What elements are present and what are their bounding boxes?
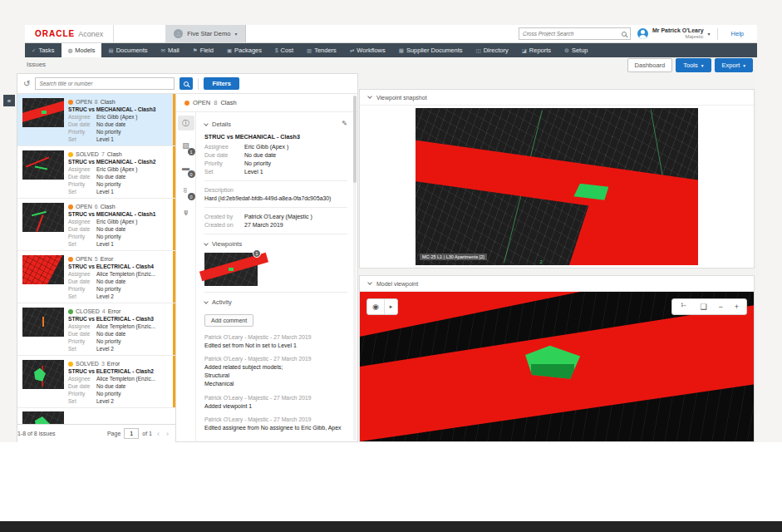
snapshot-grid-label: 2: [540, 259, 543, 264]
info-tab[interactable]: ⓘ: [178, 116, 194, 131]
nav-tenders[interactable]: ▥Tenders: [300, 43, 343, 57]
issue-title: STRUC vs ELECTRICAL - Clash4: [68, 264, 170, 271]
issue-card[interactable]: CLOSED4Error STRUC vs ELECTRICAL - Clash…: [17, 303, 175, 356]
cross-project-search[interactable]: [519, 27, 631, 40]
viewpoint-count-badge: 1: [253, 249, 261, 258]
issue-thumbnail: [22, 255, 64, 284]
viewer-right-toolbar: ↔↕ ❑ − +: [671, 298, 747, 315]
issue-thumbnail: [22, 411, 64, 424]
project-avatar-icon: ∴: [174, 29, 183, 38]
details-section-header[interactable]: Details ✎: [204, 121, 347, 128]
details-header: OPEN 8 Clash: [176, 94, 357, 112]
related-models-tab[interactable]: ⋔: [178, 205, 194, 220]
dashboard-button[interactable]: Dashboard: [627, 58, 673, 72]
nav-documents[interactable]: ▤Documents: [101, 43, 154, 57]
project-name: Five Star Demo: [187, 30, 230, 37]
nav-supplier-documents[interactable]: ▦Supplier Documents: [392, 43, 470, 57]
next-page-icon[interactable]: ›: [165, 430, 170, 438]
gear-icon: ⚙: [564, 47, 569, 54]
pan-button[interactable]: ↔↕: [674, 302, 694, 312]
zoom-in-button[interactable]: +: [729, 303, 745, 311]
oracle-logo: ORACLE: [35, 29, 75, 38]
export-button[interactable]: Export▾: [715, 58, 753, 72]
nav-mail[interactable]: ✉Mail: [155, 43, 186, 57]
chevron-down-icon: ▾: [708, 31, 711, 37]
scrollbar-thumb[interactable]: [353, 96, 357, 183]
status-dot-solved: [68, 362, 73, 367]
user-name: Mr Patrick O'Leary: [652, 27, 704, 34]
status-dot-open: [68, 204, 73, 209]
filters-button[interactable]: Filters: [204, 77, 239, 90]
viewpoints-section-header[interactable]: Viewpoints: [204, 240, 347, 248]
collapse-issues-panel-button[interactable]: «: [3, 95, 15, 106]
activity-text: Edited assignee from No assignee to Eric…: [204, 424, 347, 432]
status-strip: [173, 199, 175, 250]
cross-project-search-input[interactable]: [523, 31, 622, 37]
comments-tab[interactable]: ▬0: [178, 160, 194, 175]
add-comment-button[interactable]: Add comment: [204, 314, 253, 327]
project-selector[interactable]: ∴ Five Star Demo ▾: [165, 25, 246, 42]
help-link[interactable]: Help: [725, 30, 750, 37]
viewpoint-snapshot-header[interactable]: Viewpoint snapshot: [360, 90, 754, 106]
info-icon: ⓘ: [182, 118, 189, 129]
issue-card-partial[interactable]: [17, 408, 175, 424]
tenders-icon: ▥: [307, 47, 312, 54]
model-3d-viewer[interactable]: ◉ ▸ ↔↕ ❑ − +: [360, 292, 754, 441]
visibility-eye-button[interactable]: ◉: [367, 299, 384, 314]
tools-button[interactable]: Tools▾: [676, 58, 711, 72]
nav-field[interactable]: ⚑Field: [186, 43, 220, 57]
expand-toolbar-button[interactable]: ▸: [385, 299, 398, 314]
model-viewpoint-section: Model viewpoint ◉ ▸ ↔↕ ❑ − +: [359, 275, 755, 442]
issue-card[interactable]: SOLVED7Clash STRUC vs MECHANICAL - Clash…: [17, 146, 175, 199]
details-content: Details ✎ STRUC vs MECHANICAL - Clash3 A…: [196, 112, 357, 442]
detail-title: STRUC vs MECHANICAL - Clash3: [204, 133, 347, 140]
user-org: Majestic: [652, 34, 704, 40]
issue-card[interactable]: OPEN6Clash STRUC vs MECHANICAL - Clash1 …: [17, 199, 175, 251]
edit-pencil-icon[interactable]: ✎: [342, 120, 347, 127]
issue-thumbnail: [22, 308, 64, 337]
issue-thumbnail: [22, 98, 64, 127]
nav-reports[interactable]: ◪Reports: [515, 43, 558, 57]
issue-title: STRUC vs ELECTRICAL - Clash2: [68, 368, 170, 376]
zoom-out-button[interactable]: −: [712, 303, 728, 311]
header-right: Mr Patrick O'Leary Majestic ▾ Help: [519, 25, 757, 42]
prev-page-icon[interactable]: ‹: [155, 430, 161, 438]
refresh-icon[interactable]: ↺: [23, 80, 30, 88]
status-strip: [173, 303, 175, 355]
issue-card[interactable]: OPEN5Error STRUC vs ELECTRICAL - Clash4 …: [17, 251, 175, 303]
cube-view-button[interactable]: ❑: [694, 303, 712, 311]
chevron-down-icon: ▾: [743, 63, 745, 68]
attachments-tab[interactable]: ∞0: [178, 183, 194, 198]
viewpoints-tab[interactable]: ▨1: [178, 138, 194, 153]
user-menu[interactable]: Mr Patrick O'Leary Majestic ▾: [637, 27, 711, 39]
description-label: Description: [204, 187, 347, 193]
issue-search-box[interactable]: [35, 77, 175, 90]
status-dot-open: [68, 257, 73, 262]
nav-workflows[interactable]: ⇄Workflows: [343, 43, 392, 57]
main-nav: ✓Tasks ◍Models ▤Documents ✉Mail ⚑Field ▣…: [25, 43, 757, 57]
search-icon[interactable]: [622, 32, 627, 37]
issue-search-input[interactable]: [39, 81, 170, 86]
nav-directory[interactable]: ◫Directory: [469, 43, 514, 57]
nav-tasks[interactable]: ✓Tasks: [25, 43, 61, 57]
issue-card[interactable]: OPEN8Clash STRUC vs MECHANICAL - Clash3 …: [17, 94, 175, 146]
page-input[interactable]: [124, 428, 139, 439]
reports-icon: ◪: [522, 47, 527, 54]
status-strip: [173, 251, 175, 303]
scrollbar[interactable]: [353, 96, 357, 441]
nav-models[interactable]: ◍Models: [61, 43, 102, 57]
package-icon: ▣: [227, 47, 232, 54]
issue-thumbnail: [22, 203, 64, 232]
issue-search-button[interactable]: [180, 77, 193, 90]
status-strip: [173, 146, 175, 198]
issues-toolbar: ↺ Filters: [17, 74, 357, 94]
dollar-icon: $: [275, 47, 278, 53]
viewpoint-thumbnail[interactable]: 1: [204, 253, 258, 286]
activity-section-header[interactable]: Activity: [204, 298, 347, 306]
nav-cost[interactable]: $Cost: [268, 43, 300, 57]
model-viewpoint-header[interactable]: Model viewpoint: [360, 276, 754, 292]
nav-packages[interactable]: ▣Packages: [220, 43, 268, 57]
nav-setup[interactable]: ⚙Setup: [558, 43, 594, 57]
issue-card[interactable]: SOLVED3Error STRUC vs ELECTRICAL - Clash…: [17, 356, 175, 408]
viewpoint-snapshot-section: Viewpoint snapshot MC-25 L1 | L30 Apartm…: [359, 89, 755, 268]
